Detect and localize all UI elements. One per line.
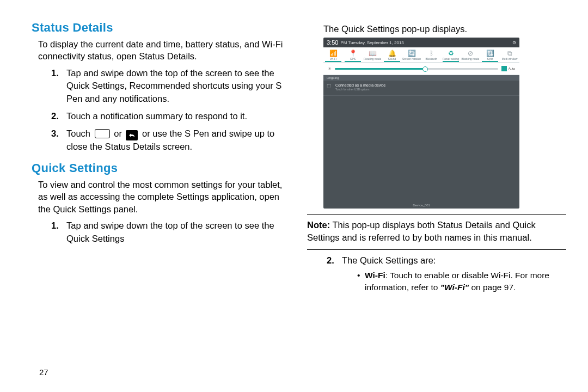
brightness-icon: ☀: [328, 66, 332, 71]
qs-toggle: 📶Wi-Fi: [323, 47, 343, 62]
notification-area: Ongoing Connected as a media device Touc…: [323, 75, 519, 209]
quick-settings-screenshot: 3:50 PM Tuesday, September 1, 2013 ⚙ 📶Wi…: [323, 38, 519, 209]
home-rect-icon: [95, 129, 110, 138]
qs-toggle-icon: ⊘: [461, 50, 480, 57]
screenshot-caption: The Quick Settings pop-up displays.: [323, 24, 566, 34]
heading-status-details: Status Details: [32, 21, 291, 35]
settings-gear-icon: ⚙: [512, 40, 516, 45]
notification-subtitle: Touch for other USB options: [335, 88, 516, 91]
step-1: 1.Tap and swipe down the top of the scre…: [54, 219, 291, 246]
carrier-label: Device_001: [323, 202, 519, 209]
qs-toggle-label: Multi window: [502, 57, 518, 60]
notification-header: Ongoing: [323, 75, 519, 81]
note-text: This pop-up displays both Status Details…: [307, 220, 536, 242]
qs-toggle-icon: 🔃: [480, 50, 500, 57]
qs-toggle: ⧉Multi window: [500, 47, 519, 62]
quick-settings-bullets: Wi-Fi: Touch to enable or disable Wi-Fi.…: [342, 270, 566, 293]
step-text: Touch a notification summary to respond …: [66, 111, 247, 121]
back-icon: [126, 130, 138, 140]
step-2: 2.Touch a notification summary to respon…: [54, 110, 291, 123]
step-2: 2.The Quick Settings are: Wi-Fi: Touch t…: [330, 254, 566, 293]
bullet-label: Wi-Fi: [365, 271, 385, 280]
status-date: PM Tuesday, September 1, 2013: [340, 40, 403, 45]
bullet-tail: on page 97.: [469, 283, 516, 292]
note-label: Note:: [307, 220, 330, 230]
qs-toggle: 🔔Sound: [382, 47, 402, 62]
divider-top: [307, 214, 566, 215]
intro-status-details: To display the current date and time, ba…: [38, 38, 291, 63]
qs-toggle: 🔄Screen rotation: [402, 47, 421, 62]
step-text: Tap and swipe down the top of the screen…: [66, 220, 274, 243]
left-column: Status Details To display the current da…: [16, 21, 291, 381]
step-3: 3. Touch or or use the S Pen and swipe u…: [54, 127, 291, 154]
qs-toggle-label: Wi-Fi: [330, 57, 336, 60]
divider-bottom: [307, 249, 566, 250]
bullet-ref: "Wi-Fi": [440, 283, 469, 292]
qs-toggle-icon: 📶: [323, 50, 343, 57]
qs-toggle: 📍GPS: [343, 47, 363, 62]
qs-toggle-icon: 🔄: [402, 50, 421, 57]
steps-status-details: 1.Tap and swipe down the top of the scre…: [32, 67, 291, 154]
brightness-auto: Auto: [501, 66, 515, 71]
qs-toggle-icon: 🔔: [382, 50, 402, 57]
status-bar: 3:50 PM Tuesday, September 1, 2013 ⚙: [323, 38, 519, 47]
qs-toggle: 🔃Sync: [480, 47, 500, 62]
qs-toggle: 📖Reading mode: [363, 47, 382, 62]
qs-toggle-label: Blocking mode: [462, 57, 480, 60]
quick-toggles-row: 📶Wi-Fi📍GPS📖Reading mode🔔Sound🔄Screen rot…: [323, 47, 519, 63]
heading-quick-settings: Quick Settings: [32, 161, 291, 175]
note-paragraph: Note: This pop-up displays both Status D…: [307, 219, 566, 244]
step-text: The Quick Settings are:: [342, 255, 436, 265]
qs-toggle-label: Sync: [487, 57, 493, 60]
steps-quick-settings-cont: 2.The Quick Settings are: Wi-Fi: Touch t…: [307, 254, 566, 293]
brightness-row: ☀ Auto: [323, 63, 519, 75]
notification-item: Connected as a media device Touch for ot…: [323, 81, 519, 96]
step-1: 1.Tap and swipe down the top of the scre…: [54, 67, 291, 106]
brightness-slider: [335, 68, 498, 70]
qs-toggle: ᛒBluetooth: [421, 47, 441, 62]
step-text-mid: or: [114, 128, 124, 138]
step-text: Tap and swipe down the top of the screen…: [66, 68, 281, 104]
right-column: The Quick Settings pop-up displays. 3:50…: [307, 21, 572, 381]
bullet-wifi: Wi-Fi: Touch to enable or disable Wi-Fi.…: [357, 270, 566, 293]
qs-toggle-icon: 📖: [363, 50, 382, 57]
qs-toggle-label: Sound: [388, 57, 396, 60]
page-number: 27: [39, 367, 48, 377]
qs-toggle-icon: ᛒ: [421, 50, 441, 57]
qs-toggle-icon: ♻: [441, 50, 461, 57]
qs-toggle-label: Bluetooth: [425, 57, 437, 60]
qs-toggle-icon: ⧉: [500, 50, 519, 57]
steps-quick-settings: 1.Tap and swipe down the top of the scre…: [32, 219, 291, 246]
qs-toggle-icon: 📍: [343, 50, 363, 57]
qs-toggle-label: Reading mode: [364, 57, 382, 60]
qs-toggle: ♻Power saving: [441, 47, 461, 62]
status-time: 3:50: [327, 39, 338, 46]
qs-toggle: ⊘Blocking mode: [461, 47, 480, 62]
qs-toggle-label: Screen rotation: [402, 57, 421, 60]
intro-quick-settings: To view and control the most common sett…: [38, 179, 291, 215]
qs-toggle-label: Power saving: [443, 57, 459, 60]
notification-title: Connected as a media device: [335, 83, 385, 87]
step-text-pre: Touch: [66, 128, 93, 138]
qs-toggle-label: GPS: [350, 57, 356, 60]
